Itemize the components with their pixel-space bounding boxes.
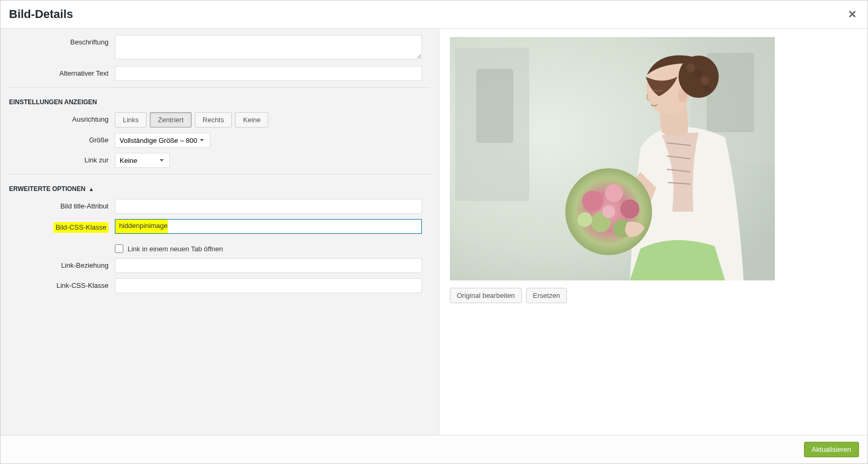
preview-column: Original bearbeiten Ersetzen bbox=[439, 29, 867, 435]
align-center-button[interactable]: Zentriert bbox=[150, 112, 191, 128]
size-label: Größe bbox=[9, 133, 115, 144]
close-icon: ✕ bbox=[848, 8, 857, 20]
alt-text-label: Alternativer Text bbox=[9, 66, 115, 77]
svg-point-19 bbox=[620, 199, 639, 219]
update-button[interactable]: Aktualisieren bbox=[804, 442, 859, 457]
css-class-label: Bild-CSS-Klasse bbox=[53, 222, 108, 233]
replace-button[interactable]: Ersetzen bbox=[526, 288, 567, 303]
svg-point-23 bbox=[602, 205, 615, 218]
caret-up-icon: ▲ bbox=[88, 186, 94, 192]
alignment-button-group: Links Zentriert Rechts Keine bbox=[115, 112, 422, 128]
modal-body: Beschriftung Alternativer Text EINSTELLU… bbox=[1, 29, 867, 435]
caption-row: Beschriftung bbox=[1, 35, 439, 61]
caption-label: Beschriftung bbox=[9, 35, 115, 46]
svg-point-14 bbox=[701, 76, 709, 85]
svg-point-18 bbox=[605, 184, 623, 202]
link-css-label: Link-CSS-Klasse bbox=[9, 278, 115, 289]
title-attribute-label: Bild title-Attribut bbox=[9, 199, 115, 210]
caption-input[interactable] bbox=[115, 35, 422, 59]
preview-actions: Original bearbeiten Ersetzen bbox=[450, 288, 857, 303]
new-tab-row: Link in einem neuen Tab öffnen bbox=[1, 244, 439, 253]
align-left-button[interactable]: Links bbox=[115, 112, 147, 128]
title-attribute-input[interactable] bbox=[115, 199, 422, 214]
svg-point-17 bbox=[582, 190, 603, 212]
link-rel-label: Link-Beziehung bbox=[9, 258, 115, 269]
svg-point-22 bbox=[577, 212, 592, 227]
size-select[interactable]: Vollständige Größe – 800 × 600 bbox=[115, 133, 210, 148]
modal-footer: Aktualisieren bbox=[1, 435, 867, 463]
advanced-options-toggle[interactable]: ERWEITERTE OPTIONEN ▲ bbox=[1, 181, 439, 199]
display-settings-heading: EINSTELLUNGEN ANZEIGEN bbox=[1, 94, 439, 112]
link-to-label: Link zur bbox=[9, 153, 115, 164]
css-class-row: Bild-CSS-Klasse hiddenpinimage bbox=[1, 219, 439, 234]
divider bbox=[9, 174, 430, 175]
image-preview bbox=[450, 37, 775, 280]
edit-original-button[interactable]: Original bearbeiten bbox=[450, 288, 522, 303]
align-right-button[interactable]: Rechts bbox=[195, 112, 232, 128]
link-css-input[interactable] bbox=[115, 278, 422, 293]
modal-header: Bild-Details ✕ bbox=[1, 1, 867, 29]
link-to-row: Link zur Keine bbox=[1, 153, 439, 168]
svg-point-12 bbox=[686, 63, 695, 72]
modal-title: Bild-Details bbox=[9, 7, 73, 21]
alignment-label: Ausrichtung bbox=[9, 112, 115, 123]
link-css-row: Link-CSS-Klasse bbox=[1, 278, 439, 293]
settings-column: Beschriftung Alternativer Text EINSTELLU… bbox=[1, 29, 439, 435]
divider bbox=[9, 87, 430, 88]
align-none-button[interactable]: Keine bbox=[235, 112, 268, 128]
close-button[interactable]: ✕ bbox=[846, 6, 859, 23]
css-class-input[interactable] bbox=[115, 219, 422, 234]
size-row: Größe Vollständige Größe – 800 × 600 bbox=[1, 133, 439, 148]
alt-text-row: Alternativer Text bbox=[1, 66, 439, 81]
alignment-row: Ausrichtung Links Zentriert Rechts Keine bbox=[1, 112, 439, 128]
open-new-tab-checkbox-label[interactable]: Link in einem neuen Tab öffnen bbox=[115, 244, 422, 253]
link-rel-input[interactable] bbox=[115, 258, 422, 273]
link-rel-row: Link-Beziehung bbox=[1, 258, 439, 273]
alt-text-input[interactable] bbox=[115, 66, 422, 81]
svg-point-15 bbox=[703, 85, 711, 93]
svg-point-13 bbox=[694, 69, 703, 77]
title-attribute-row: Bild title-Attribut bbox=[1, 199, 439, 214]
open-new-tab-checkbox[interactable] bbox=[115, 244, 123, 253]
link-to-select[interactable]: Keine bbox=[115, 153, 170, 168]
svg-rect-2 bbox=[476, 69, 513, 143]
